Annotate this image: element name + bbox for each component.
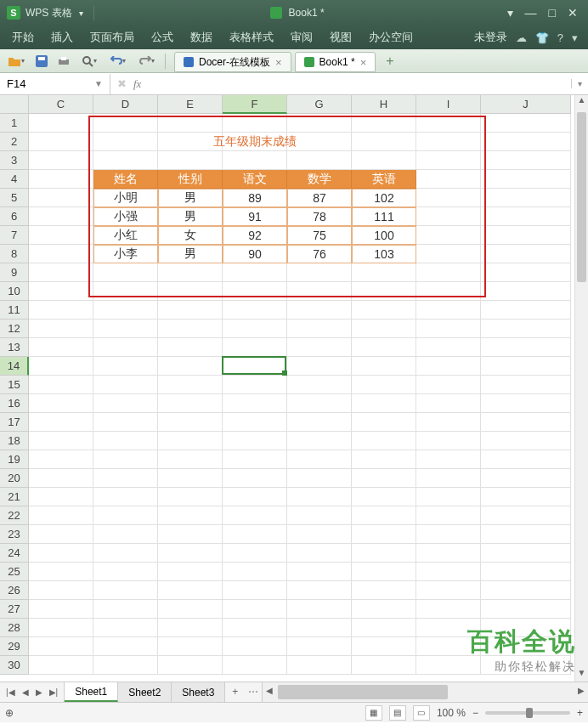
cell-J20[interactable] — [481, 469, 571, 488]
cell-G26[interactable] — [287, 581, 352, 600]
cell-F23[interactable] — [223, 525, 287, 544]
cell-G14[interactable] — [287, 357, 352, 376]
cell-I19[interactable] — [416, 450, 481, 469]
row-header-23[interactable]: 23 — [0, 525, 29, 544]
cell-G4[interactable]: 数学 — [287, 170, 352, 189]
cell-J2[interactable] — [481, 133, 571, 151]
cell-I2[interactable] — [416, 133, 481, 151]
row-header-16[interactable]: 16 — [0, 394, 29, 413]
vertical-scrollbar[interactable]: ▲ ▼ — [574, 95, 588, 682]
cell-D13[interactable] — [93, 338, 158, 357]
view-normal-button[interactable]: ▦ — [365, 705, 382, 721]
cell-I25[interactable] — [416, 563, 481, 581]
formula-cancel-icon[interactable]: ✖ — [117, 77, 127, 90]
cell-G5[interactable]: 87 — [287, 189, 352, 207]
cell-H9[interactable] — [352, 263, 416, 282]
zoom-slider[interactable] — [485, 711, 570, 715]
cell-C4[interactable] — [29, 170, 93, 189]
cell-H5[interactable]: 102 — [352, 189, 416, 207]
cell-H10[interactable] — [352, 282, 416, 301]
cell-G6[interactable]: 78 — [287, 207, 352, 226]
help-icon[interactable]: ? — [557, 31, 563, 44]
doc-tab-1[interactable]: Book1 *× — [295, 52, 376, 72]
cell-F1[interactable] — [223, 114, 287, 133]
col-header-J[interactable]: J — [481, 95, 571, 114]
login-status[interactable]: 未登录 — [474, 30, 507, 45]
cell-D28[interactable] — [93, 619, 158, 637]
cell-F8[interactable]: 90 — [223, 245, 287, 263]
row-header-26[interactable]: 26 — [0, 581, 29, 600]
row-header-8[interactable]: 8 — [0, 245, 29, 263]
row-header-4[interactable]: 4 — [0, 170, 29, 189]
cell-E24[interactable] — [158, 544, 223, 563]
cell-F30[interactable] — [223, 656, 287, 675]
cell-E5[interactable]: 男 — [158, 189, 223, 207]
cell-J22[interactable] — [481, 506, 571, 525]
cell-C22[interactable] — [29, 506, 93, 525]
cell-I6[interactable] — [416, 207, 481, 226]
cell-J23[interactable] — [481, 525, 571, 544]
cell-E17[interactable] — [158, 413, 223, 432]
cell-D4[interactable]: 姓名 — [93, 170, 158, 189]
cell-F11[interactable] — [223, 301, 287, 320]
cell-G17[interactable] — [287, 413, 352, 432]
row-header-29[interactable]: 29 — [0, 637, 29, 656]
menu-页面布局[interactable]: 页面布局 — [82, 26, 143, 48]
cell-E6[interactable]: 男 — [158, 207, 223, 226]
cell-F4[interactable]: 语文 — [223, 170, 287, 189]
row-header-18[interactable]: 18 — [0, 432, 29, 450]
window-close[interactable]: ✕ — [568, 6, 578, 20]
print-button[interactable] — [54, 52, 73, 71]
cell-D2[interactable] — [93, 133, 158, 151]
cell-D29[interactable] — [93, 637, 158, 656]
cell-E28[interactable] — [158, 619, 223, 637]
cell-G25[interactable] — [287, 563, 352, 581]
scroll-down-icon[interactable]: ▼ — [575, 668, 588, 682]
sheet-first-icon[interactable]: |◀ — [3, 687, 18, 697]
cell-J19[interactable] — [481, 450, 571, 469]
cell-G22[interactable] — [287, 506, 352, 525]
cell-C15[interactable] — [29, 376, 93, 394]
cell-J10[interactable] — [481, 282, 571, 301]
cell-C21[interactable] — [29, 488, 93, 506]
cell-I22[interactable] — [416, 506, 481, 525]
cell-I13[interactable] — [416, 338, 481, 357]
cell-F20[interactable] — [223, 469, 287, 488]
namebox-dropdown-icon[interactable]: ▼ — [94, 79, 103, 88]
vscroll-thumb[interactable] — [577, 112, 586, 282]
view-page-button[interactable]: ▤ — [389, 705, 406, 721]
cell-C2[interactable] — [29, 133, 93, 151]
cell-J14[interactable] — [481, 357, 571, 376]
sheet-prev-icon[interactable]: ◀ — [20, 687, 31, 697]
cell-J11[interactable] — [481, 301, 571, 320]
cell-D16[interactable] — [93, 394, 158, 413]
cell-H13[interactable] — [352, 338, 416, 357]
cell-J16[interactable] — [481, 394, 571, 413]
cell-D20[interactable] — [93, 469, 158, 488]
cell-J15[interactable] — [481, 376, 571, 394]
row-header-30[interactable]: 30 — [0, 656, 29, 675]
sheet-tab-Sheet2[interactable]: Sheet2 — [118, 682, 172, 702]
cell-J4[interactable] — [481, 170, 571, 189]
zoom-value[interactable]: 100 % — [437, 707, 466, 719]
menu-数据[interactable]: 数据 — [182, 26, 221, 48]
cell-I18[interactable] — [416, 432, 481, 450]
cell-H25[interactable] — [352, 563, 416, 581]
cell-F15[interactable] — [223, 376, 287, 394]
cell-H24[interactable] — [352, 544, 416, 563]
cell-D23[interactable] — [93, 525, 158, 544]
cell-F13[interactable] — [223, 338, 287, 357]
cell-F9[interactable] — [223, 263, 287, 282]
cell-I23[interactable] — [416, 525, 481, 544]
cell-G16[interactable] — [287, 394, 352, 413]
open-button[interactable]: ▾ — [3, 52, 29, 71]
cell-F27[interactable] — [223, 600, 287, 619]
cell-J25[interactable] — [481, 563, 571, 581]
row-header-13[interactable]: 13 — [0, 338, 29, 357]
sheet-tab-Sheet1[interactable]: Sheet1 — [65, 682, 118, 702]
redo-button[interactable]: ▾ — [134, 52, 160, 71]
cell-J6[interactable] — [481, 207, 571, 226]
cell-I10[interactable] — [416, 282, 481, 301]
cell-I3[interactable] — [416, 151, 481, 170]
cell-I5[interactable] — [416, 189, 481, 207]
